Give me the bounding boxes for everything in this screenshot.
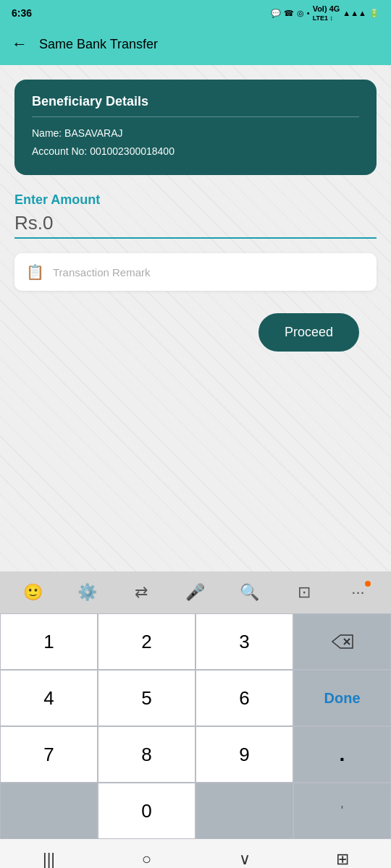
content-area: Beneficiary Details Name: BASAVARAJ Acco… xyxy=(0,65,391,571)
keyboard-toolbar: 🙂 ⚙️ ⇄ 🎤 🔍 ⊡ ··· xyxy=(0,571,391,613)
status-bar: 6:36 💬 ☎ ◎ • Vol) 4GLTE1 ↕ ▲▲▲ 🔋 xyxy=(0,0,391,26)
keyboard-row-2: 4 5 6 Done xyxy=(0,670,391,726)
nav-keyboard-button[interactable]: ⊞ xyxy=(324,846,361,868)
nav-home-button[interactable]: ○ xyxy=(129,846,165,868)
app-header: ← Same Bank Transfer xyxy=(0,26,391,65)
network-text: Vol) 4GLTE1 ↕ xyxy=(313,4,340,22)
amount-section: Enter Amount xyxy=(14,192,377,239)
amount-label: Enter Amount xyxy=(14,192,377,208)
back-button[interactable]: ← xyxy=(12,35,28,54)
key-1[interactable]: 1 xyxy=(0,613,98,670)
media-icon: ◎ xyxy=(297,9,304,18)
remark-placeholder: Transaction Remark xyxy=(53,266,151,278)
remark-box[interactable]: 📋 Transaction Remark xyxy=(14,253,377,291)
key-9[interactable]: 9 xyxy=(196,726,293,783)
signal-icon: ▲▲▲ xyxy=(342,9,366,17)
remark-icon: 📋 xyxy=(26,263,44,281)
key-empty-right xyxy=(196,783,293,839)
settings-icon[interactable]: ⚙️ xyxy=(72,578,101,607)
beneficiary-card: Beneficiary Details Name: BASAVARAJ Acco… xyxy=(14,80,377,175)
amount-input-wrapper[interactable] xyxy=(14,212,377,239)
beneficiary-name: Name: BASAVARAJ xyxy=(32,124,359,142)
nav-recents-button[interactable]: ∨ xyxy=(227,846,263,868)
chat-icon: 💬 xyxy=(271,9,281,18)
key-comma[interactable]: ' xyxy=(293,783,391,839)
key-backspace[interactable] xyxy=(293,613,391,670)
key-4[interactable]: 4 xyxy=(0,670,98,726)
nav-back-button[interactable]: ||| xyxy=(31,846,67,868)
key-decimal[interactable]: . xyxy=(293,726,391,783)
keyboard-row-3: 7 8 9 . xyxy=(0,726,391,783)
beneficiary-account: Account No: 001002300018400 xyxy=(32,142,359,161)
beneficiary-title: Beneficiary Details xyxy=(32,94,359,117)
translate-icon[interactable]: ⇄ xyxy=(127,578,156,607)
keyboard-row-4: 0 ' xyxy=(0,783,391,839)
key-done[interactable]: Done xyxy=(293,670,391,726)
copy-icon[interactable]: ⊡ xyxy=(290,578,319,607)
nav-bar: ||| ○ ∨ ⊞ xyxy=(0,839,391,868)
search-icon[interactable]: 🔍 xyxy=(235,578,264,607)
emoji-icon[interactable]: 🙂 xyxy=(18,578,47,607)
key-0[interactable]: 0 xyxy=(98,783,196,839)
notification-dot xyxy=(365,581,371,587)
proceed-button[interactable]: Proceed xyxy=(258,313,359,352)
amount-input[interactable] xyxy=(14,212,377,234)
mic-icon[interactable]: 🎤 xyxy=(181,578,210,607)
key-empty-left xyxy=(0,783,98,839)
dot-icon: • xyxy=(307,9,310,17)
call-icon: ☎ xyxy=(284,9,294,18)
battery-icon: 🔋 xyxy=(369,9,379,18)
more-icon[interactable]: ··· xyxy=(343,578,372,607)
keyboard-row-1: 1 2 3 xyxy=(0,613,391,670)
keyboard: 1 2 3 4 5 6 Done 7 8 9 . 0 ' xyxy=(0,613,391,839)
status-icons: 💬 ☎ ◎ • Vol) 4GLTE1 ↕ ▲▲▲ 🔋 xyxy=(271,4,379,22)
key-8[interactable]: 8 xyxy=(98,726,196,783)
key-7[interactable]: 7 xyxy=(0,726,98,783)
status-time: 6:36 xyxy=(12,7,32,19)
page-title: Same Bank Transfer xyxy=(39,37,158,52)
key-6[interactable]: 6 xyxy=(196,670,293,726)
beneficiary-info: Name: BASAVARAJ Account No: 001002300018… xyxy=(32,124,359,161)
key-2[interactable]: 2 xyxy=(98,613,196,670)
key-5[interactable]: 5 xyxy=(98,670,196,726)
key-3[interactable]: 3 xyxy=(196,613,293,670)
